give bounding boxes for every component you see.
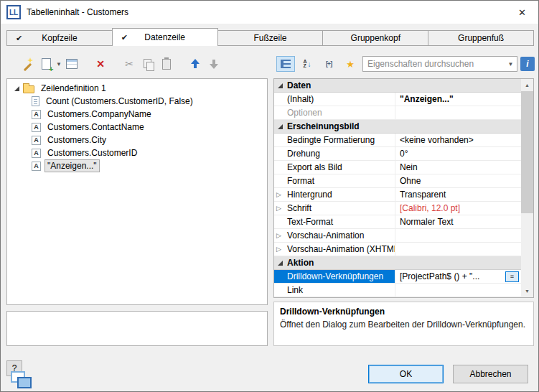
tree-item-selected[interactable]: A "Anzeigen..." — [7, 159, 267, 172]
tab-fusszeile[interactable]: Fußzeile — [217, 30, 324, 46]
sort-az-icon: A Z — [303, 60, 306, 68]
property-label: Vorschau-Animation — [287, 230, 364, 241]
scrollbar-up-icon[interactable]: ▲ — [521, 79, 533, 91]
bottom-left-panel — [6, 311, 268, 346]
tree-expander-icon[interactable] — [14, 86, 19, 91]
tree-item[interactable]: A Customers.CustomerID — [7, 146, 267, 159]
property-description: Drilldown-Verknüpfungen Öffnet den Dialo… — [273, 302, 534, 346]
tree-item[interactable]: A Customers.City — [7, 134, 267, 146]
delete-icon: ✕ — [96, 59, 105, 69]
arrow-up-icon — [191, 59, 200, 69]
property-label: Drilldown-Verknüpfungen — [287, 271, 383, 281]
dialog-tabelleninhalt: LL Tabelleninhalt - Customers ✕ ✔ Kopfze… — [0, 0, 539, 392]
scrollbar-thumb[interactable] — [521, 91, 533, 213]
property-value[interactable]: Transparent — [400, 190, 446, 200]
property-value[interactable]: Normaler Text — [400, 217, 453, 227]
tree-item[interactable]: A Customers.CompanyName — [7, 108, 267, 121]
window-layers-icon[interactable] — [11, 371, 37, 390]
property-row-format[interactable]: Format Ohne — [274, 174, 521, 188]
line-definition-tree: Zeilendefinition 1 Count (Customers.Cust… — [6, 78, 268, 305]
categorized-view-button[interactable] — [276, 56, 295, 72]
grid-scrollbar[interactable]: ▲ ▼ — [521, 79, 533, 297]
property-label: Text-Format — [287, 217, 333, 227]
info-icon[interactable]: i — [520, 57, 535, 71]
wizard-button[interactable] — [18, 56, 37, 72]
tree-item-label: Customers.CompanyName — [44, 108, 154, 121]
property-row-text-format[interactable]: Text-Format Normaler Text — [274, 215, 521, 229]
property-row-vorschau-animation-xhtml[interactable]: ▷ Vorschau-Animation (XHTML) — [274, 243, 521, 256]
tree-root-label: Zeilendefinition 1 — [38, 82, 109, 95]
scrollbar-down-icon[interactable]: ▼ — [521, 285, 533, 297]
tree-item-label: Count (Customers.CustomerID, False) — [43, 95, 196, 108]
insert-table-button[interactable] — [62, 56, 81, 72]
section-erscheinungsbild[interactable]: Erscheinungsbild — [274, 120, 521, 134]
tree-item[interactable]: A Customers.ContactName — [7, 121, 267, 134]
scissors-icon: ✂ — [125, 59, 133, 69]
property-row-inhalt[interactable]: (Inhalt) "Anzeigen..." — [274, 93, 521, 106]
property-value[interactable]: <keine vorhanden> — [400, 135, 474, 145]
section-daten[interactable]: Daten — [274, 79, 521, 93]
search-dropdown-icon[interactable]: ▼ — [505, 57, 517, 71]
cut-button[interactable]: ✂ — [120, 56, 139, 72]
collapse-triangle-icon — [278, 83, 283, 88]
property-row-optionen[interactable]: Optionen — [274, 106, 521, 120]
new-line-dropdown-icon[interactable]: ▼ — [55, 61, 62, 67]
magic-wand-icon — [21, 57, 34, 70]
tab-gruppenkopf[interactable]: Gruppenkopf — [322, 30, 428, 46]
tab-datenzeile[interactable]: ✔ Datenzeile — [112, 28, 218, 46]
arrow-down-icon — [210, 59, 218, 69]
table-icon — [66, 59, 78, 69]
property-value[interactable]: "Anzeigen..." — [400, 94, 454, 104]
property-row-vorschau-animation[interactable]: ▷ Vorschau-Animation — [274, 229, 521, 243]
section-aktion[interactable]: Aktion — [274, 256, 521, 270]
edit-drilldown-button[interactable]: ≡ — [505, 271, 519, 282]
copy-button[interactable] — [139, 56, 157, 72]
expand-arrow-icon[interactable]: ▷ — [276, 232, 281, 239]
tree-item-label: Customers.City — [44, 134, 109, 146]
move-down-button[interactable] — [205, 56, 223, 72]
paste-button[interactable] — [157, 56, 176, 72]
paste-icon — [162, 59, 171, 70]
property-row-link[interactable]: Link — [274, 284, 521, 297]
close-icon[interactable]: ✕ — [506, 1, 538, 24]
property-row-export-als-bild[interactable]: Export als Bild Nein — [274, 161, 521, 174]
tree-root-row[interactable]: Zeilendefinition 1 — [7, 82, 267, 95]
collapse-triangle-icon — [278, 124, 283, 129]
property-value[interactable]: 0° — [400, 149, 408, 159]
search-input[interactable] — [363, 59, 505, 69]
expand-arrow-icon[interactable]: ▷ — [276, 246, 281, 253]
window-title: Tabelleninhalt - Customers — [27, 7, 128, 17]
tab-label: Gruppenkopf — [351, 33, 400, 43]
check-icon: ✔ — [121, 33, 128, 42]
property-value[interactable]: [Calibri, 12.0 pt] — [400, 203, 460, 213]
sort-button[interactable]: A Z ↓ — [298, 56, 317, 72]
tab-strip: ✔ Kopfzeile ✔ Datenzeile Fußzeile Gruppe… — [6, 28, 534, 46]
expand-arrow-icon[interactable]: ▷ — [276, 191, 281, 198]
property-label: Drehung — [287, 149, 320, 159]
tab-gruppenfuss[interactable]: Gruppenfuß — [428, 30, 534, 46]
sort-arrow-icon: ↓ — [308, 60, 311, 68]
new-line-button[interactable] — [37, 56, 55, 72]
tab-label: Datenzeile — [144, 32, 185, 42]
favorites-button[interactable]: ★ — [341, 56, 360, 72]
property-row-schrift[interactable]: ▷ Schrift [Calibri, 12.0 pt] — [274, 202, 521, 215]
folder-icon — [23, 85, 34, 93]
property-row-hintergrund[interactable]: ▷ Hintergrund Transparent — [274, 188, 521, 202]
property-row-drehung[interactable]: Drehung 0° — [274, 147, 521, 161]
ok-button[interactable]: OK — [368, 365, 444, 383]
expand-arrow-icon[interactable]: ▷ — [276, 205, 281, 212]
property-value[interactable]: [ProjectPath$ () + "... — [400, 271, 479, 281]
cancel-button[interactable]: Abbrechen — [453, 365, 528, 383]
tab-kopfzeile[interactable]: ✔ Kopfzeile — [6, 30, 113, 46]
text-field-icon: A — [32, 110, 41, 119]
property-row-drilldown-verknuepfungen[interactable]: Drilldown-Verknüpfungen [ProjectPath$ ()… — [274, 270, 521, 284]
property-row-bedingte-formatierung[interactable]: Bedingte Formatierung <keine vorhanden> — [274, 134, 521, 147]
tree-item[interactable]: Count (Customers.CustomerID, False) — [7, 95, 267, 108]
delete-button[interactable]: ✕ — [91, 56, 110, 72]
edit-lines-icon: ≡ — [510, 273, 514, 280]
property-value[interactable]: Ohne — [400, 176, 421, 186]
property-value[interactable]: Nein — [400, 162, 418, 172]
move-up-button[interactable] — [186, 56, 205, 72]
property-label: Link — [287, 285, 303, 295]
expand-all-button[interactable]: [+] — [319, 56, 338, 72]
